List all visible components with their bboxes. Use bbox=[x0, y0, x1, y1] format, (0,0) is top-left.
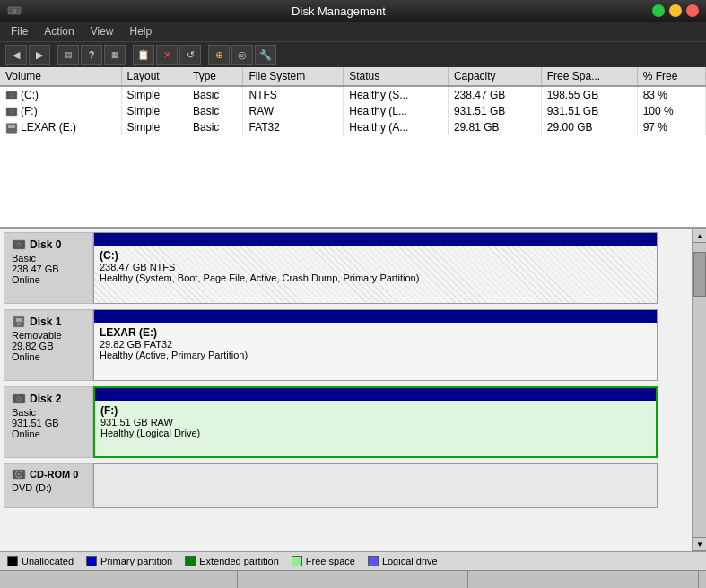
disk-1-part-size: 29.82 GB FAT32 bbox=[100, 339, 651, 350]
svg-point-19 bbox=[18, 398, 20, 400]
status-bar bbox=[0, 570, 706, 588]
cdrom-body[interactable] bbox=[93, 463, 658, 508]
vol-name: (F:) bbox=[21, 105, 38, 117]
disk-button[interactable]: ⊕ bbox=[208, 45, 230, 65]
cdrom-id: CD-ROM 0 bbox=[30, 469, 78, 480]
col-status: Status bbox=[344, 67, 449, 86]
list-view-button[interactable]: ▤ bbox=[57, 45, 79, 65]
col-fileSystem: FAT32 bbox=[243, 119, 344, 135]
new-button[interactable]: 📋 bbox=[133, 45, 154, 65]
disk-2-header-bar bbox=[95, 388, 656, 401]
disk-2-partitions[interactable]: (F:) 931.51 GB RAW Healthy (Logical Driv… bbox=[93, 386, 658, 458]
scroll-track[interactable] bbox=[693, 243, 706, 537]
col-type: Basic bbox=[187, 86, 243, 103]
menu-help[interactable]: Help bbox=[123, 23, 160, 39]
disk-2-label: Disk 2 Basic 931.51 GB Online bbox=[4, 386, 93, 458]
col-type: Basic bbox=[187, 119, 243, 135]
col-type: Basic bbox=[187, 103, 243, 119]
back-button[interactable]: ◀ bbox=[5, 45, 27, 65]
window-title: Disk Management bbox=[25, 4, 652, 18]
col-capacity: Capacity bbox=[448, 67, 541, 86]
status-seg-2 bbox=[238, 571, 468, 588]
disk-1-part-status: Healthy (Active, Primary Partition) bbox=[100, 350, 651, 360]
disk-0-header-bar bbox=[94, 233, 657, 246]
disk-2-row: Disk 2 Basic 931.51 GB Online (F:) 931.5… bbox=[4, 386, 674, 458]
removable-icon bbox=[12, 316, 26, 328]
scroll-down-arrow[interactable]: ▼ bbox=[693, 537, 706, 551]
menu-file[interactable]: File bbox=[4, 23, 35, 39]
settings-button[interactable]: ◎ bbox=[231, 45, 253, 65]
menu-action[interactable]: Action bbox=[37, 23, 81, 39]
disk-area: Disk 0 Basic 238.47 GB Online (C:) 238.4… bbox=[0, 229, 706, 570]
table-row[interactable]: LEXAR (E:)SimpleBasicFAT32Healthy (A...2… bbox=[0, 119, 706, 135]
col-percentFree: 100 % bbox=[637, 103, 705, 119]
col-percentfree: % Free bbox=[637, 67, 705, 86]
disk-0-size: 238.47 GB bbox=[12, 264, 85, 274]
disk-2-body: (F:) 931.51 GB RAW Healthy (Logical Driv… bbox=[95, 401, 656, 456]
table-row[interactable]: (F:)SimpleBasicRAWHealthy (L...931.51 GB… bbox=[0, 103, 706, 119]
refresh-button[interactable]: ↺ bbox=[179, 45, 201, 65]
disk-0-row: Disk 0 Basic 238.47 GB Online (C:) 238.4… bbox=[4, 232, 674, 304]
disk-2-size: 931.51 GB bbox=[12, 418, 85, 428]
col-layout: Simple bbox=[121, 103, 187, 119]
properties-button[interactable]: ▦ bbox=[104, 45, 126, 65]
disk-2-id: Disk 2 bbox=[30, 393, 61, 405]
status-seg-1 bbox=[7, 571, 238, 588]
disk-0-part-status: Healthy (System, Boot, Page File, Active… bbox=[100, 272, 651, 283]
disk-1-header-bar bbox=[94, 310, 657, 323]
col-percentFree: 97 % bbox=[637, 119, 705, 135]
legend-primary: Primary partition bbox=[86, 556, 172, 566]
col-capacity: 931.51 GB bbox=[448, 103, 541, 119]
scroll-thumb[interactable] bbox=[693, 252, 706, 297]
delete-button[interactable]: ✕ bbox=[156, 45, 178, 65]
legend-unallocated-label: Unallocated bbox=[22, 556, 74, 566]
vol-name: (C:) bbox=[21, 89, 39, 101]
disk-0-body: (C:) 238.47 GB NTFS Healthy (System, Boo… bbox=[94, 246, 657, 303]
legend-logical: Logical drive bbox=[368, 556, 438, 566]
hdd2-icon bbox=[12, 393, 26, 405]
col-capacity: 238.47 GB bbox=[448, 86, 541, 103]
disk-0-partitions[interactable]: (C:) 238.47 GB NTFS Healthy (System, Boo… bbox=[93, 232, 658, 304]
disk-2-part-size: 931.51 GB RAW bbox=[100, 417, 650, 428]
scroll-up-arrow[interactable]: ▲ bbox=[693, 229, 706, 243]
disk-0-part-name: (C:) bbox=[100, 249, 651, 262]
cdrom-row: CD-ROM 0 DVD (D:) bbox=[4, 463, 674, 508]
window-controls[interactable] bbox=[652, 4, 699, 17]
legend-extended-label: Extended partition bbox=[199, 556, 279, 566]
col-freeSpace: 198.55 GB bbox=[541, 86, 637, 103]
minimize-button[interactable] bbox=[652, 4, 665, 17]
legend-freespace-box bbox=[292, 556, 302, 566]
legend-primary-box bbox=[86, 556, 97, 566]
help-button[interactable]: ? bbox=[81, 45, 102, 65]
col-status: Healthy (S... bbox=[344, 86, 449, 103]
table-row[interactable]: (C:)SimpleBasicNTFSHealthy (S...238.47 G… bbox=[0, 86, 706, 103]
disk-1-status: Online bbox=[12, 351, 85, 362]
disk-1-size: 29.82 GB bbox=[12, 341, 85, 351]
disk-2-part-status: Healthy (Logical Drive) bbox=[100, 428, 650, 438]
tools-button[interactable]: 🔧 bbox=[255, 45, 276, 65]
disk-0-label: Disk 0 Basic 238.47 GB Online bbox=[4, 232, 93, 304]
legend-unallocated-box bbox=[7, 556, 18, 566]
forward-button[interactable]: ▶ bbox=[29, 45, 50, 65]
legend-freespace-label: Free space bbox=[306, 556, 355, 566]
menu-view[interactable]: View bbox=[83, 23, 121, 39]
col-capacity: 29.81 GB bbox=[448, 119, 541, 135]
disk-list: Disk 0 Basic 238.47 GB Online (C:) 238.4… bbox=[0, 229, 692, 551]
cdrom-label: CD-ROM 0 DVD (D:) bbox=[4, 463, 93, 508]
col-layout: Layout bbox=[121, 67, 187, 86]
v-scrollbar[interactable]: ▲ ▼ bbox=[692, 229, 706, 551]
disk-1-id: Disk 1 bbox=[30, 316, 61, 328]
toolbar: ◀ ▶ ▤ ? ▦ 📋 ✕ ↺ ⊕ ◎ 🔧 bbox=[0, 41, 706, 67]
legend-logical-box bbox=[368, 556, 379, 566]
legend-extended-box bbox=[185, 556, 196, 566]
legend: Unallocated Primary partition Extended p… bbox=[0, 551, 706, 570]
col-status: Healthy (A... bbox=[344, 119, 449, 135]
disk-1-partitions[interactable]: LEXAR (E:) 29.82 GB FAT32 Healthy (Activ… bbox=[93, 309, 658, 381]
disk-1-body: LEXAR (E:) 29.82 GB FAT32 Healthy (Activ… bbox=[94, 323, 657, 380]
svg-point-2 bbox=[13, 10, 15, 12]
close-button[interactable] bbox=[686, 4, 699, 17]
disk-1-label: Disk 1 Removable 29.82 GB Online bbox=[4, 309, 93, 381]
disk-2-part-name: (F:) bbox=[100, 404, 650, 417]
svg-point-22 bbox=[18, 473, 20, 475]
maximize-button[interactable] bbox=[669, 4, 682, 17]
